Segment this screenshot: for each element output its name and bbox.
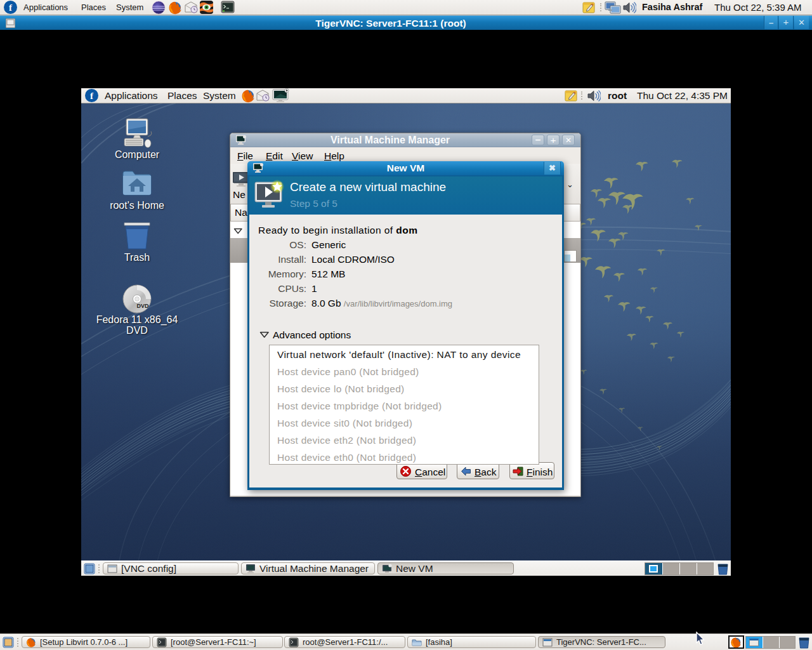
svg-text:DVD: DVD (136, 303, 149, 309)
